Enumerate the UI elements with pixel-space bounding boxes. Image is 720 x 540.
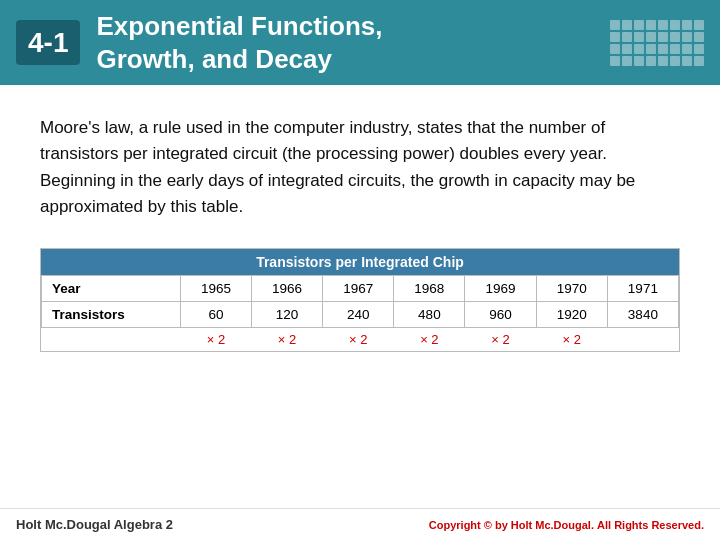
- multiplier-x2-2: × 2: [251, 328, 322, 352]
- description-text: Moore's law, a rule used in the computer…: [40, 115, 680, 220]
- multiplier-x2-5: × 2: [465, 328, 536, 352]
- transistors-1969: 960: [465, 302, 536, 328]
- multiplier-row: × 2 × 2 × 2 × 2 × 2 × 2: [42, 328, 679, 352]
- multiplier-x2-1: × 2: [180, 328, 251, 352]
- multiplier-x2-6: × 2: [536, 328, 607, 352]
- transistors-table: Year 1965 1966 1967 1968 1969 1970 1971 …: [41, 275, 679, 351]
- transistors-label: Transistors: [42, 302, 181, 328]
- table-row-year: Year 1965 1966 1967 1968 1969 1970 1971: [42, 276, 679, 302]
- transistors-1970: 1920: [536, 302, 607, 328]
- table-row-transistors: Transistors 60 120 240 480 960 1920 3840: [42, 302, 679, 328]
- transistors-1971: 3840: [607, 302, 678, 328]
- year-1969: 1969: [465, 276, 536, 302]
- header: 4-1 Exponential Functions, Growth, and D…: [0, 0, 720, 85]
- footer-right-text: Copyright © by Holt Mc.Dougal. All Right…: [429, 519, 704, 531]
- footer-left-text: Holt Mc.Dougal Algebra 2: [16, 517, 173, 532]
- title-line2: Growth, and Decay: [96, 44, 332, 74]
- transistors-1968: 480: [394, 302, 465, 328]
- year-label: Year: [42, 276, 181, 302]
- multiplier-spacer: [42, 328, 181, 352]
- multiplier-spacer2: [607, 328, 678, 352]
- transistors-1966: 120: [251, 302, 322, 328]
- year-1971: 1971: [607, 276, 678, 302]
- transistors-1965: 60: [180, 302, 251, 328]
- header-decorative-grid: [610, 20, 704, 66]
- header-title: Exponential Functions, Growth, and Decay: [96, 10, 382, 75]
- footer-copyright: Copyright © by Holt Mc.Dougal.: [429, 519, 594, 531]
- year-1966: 1966: [251, 276, 322, 302]
- transistors-1967: 240: [323, 302, 394, 328]
- table-title: Transistors per Integrated Chip: [41, 249, 679, 275]
- multiplier-x2-3: × 2: [323, 328, 394, 352]
- footer: Holt Mc.Dougal Algebra 2 Copyright © by …: [0, 508, 720, 540]
- main-content: Moore's law, a rule used in the computer…: [0, 85, 720, 372]
- year-1970: 1970: [536, 276, 607, 302]
- multiplier-x2-4: × 2: [394, 328, 465, 352]
- year-1967: 1967: [323, 276, 394, 302]
- year-1965: 1965: [180, 276, 251, 302]
- footer-rights: All Rights Reserved.: [597, 519, 704, 531]
- title-line1: Exponential Functions,: [96, 11, 382, 41]
- year-1968: 1968: [394, 276, 465, 302]
- lesson-badge: 4-1: [16, 20, 80, 66]
- data-table-container: Transistors per Integrated Chip Year 196…: [40, 248, 680, 352]
